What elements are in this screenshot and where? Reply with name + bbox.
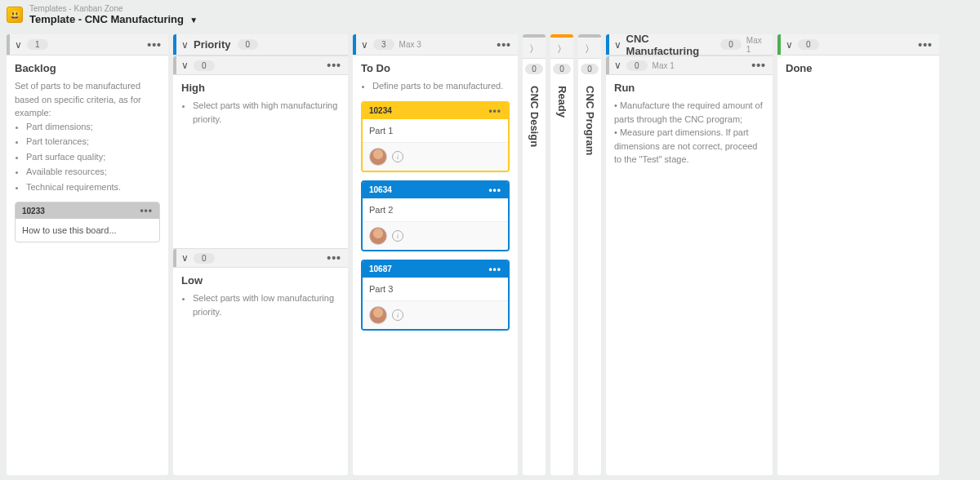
column-description: Set of parts to be manufactured based on… [15,79,160,193]
kanban-card[interactable]: 10233 ••• How to use this board... [15,202,160,242]
subcolumn-high: ∨ 0 ••• High Select parts with high manu… [173,56,348,248]
collapse-toggle-icon[interactable]: ∨ [10,39,27,51]
info-icon[interactable]: i [392,151,403,162]
app-logo: 😃 [7,7,23,23]
column-title: CNC Manufacturing [626,33,715,57]
column-header-priority: ∨ Priority 0 [173,34,348,56]
column-count-badge: 0 [798,39,819,50]
column-menu-icon[interactable]: ••• [147,38,162,51]
column-count-badge: 0 [238,39,259,50]
subcolumn-title: Run [614,82,764,94]
expand-toggle-icon[interactable]: 〉 [529,42,539,56]
collapse-toggle-icon[interactable]: ∨ [176,39,194,51]
expand-toggle-icon[interactable]: 〉 [585,42,595,56]
info-icon[interactable]: i [392,309,403,321]
column-count-badge: 0 [581,64,599,74]
subcolumn-count-badge: 0 [626,60,648,71]
column-title: To Do [361,62,510,74]
kanban-board: ∨ 1 ••• Backlog Set of parts to be manuf… [0,29,980,480]
assignee-avatar[interactable] [369,227,387,245]
kanban-card[interactable]: 10634 ••• Part 2 i [361,180,510,251]
collapse-toggle-icon[interactable]: ∨ [176,252,194,264]
column-done: ∨ 0 ••• Done [777,34,939,475]
column-count-badge: 0 [525,64,543,74]
kanban-card[interactable]: 10687 ••• Part 3 i [361,260,510,331]
kanban-card[interactable]: 10234 ••• Part 1 i [361,101,510,172]
subcolumn-menu-icon[interactable]: ••• [751,59,766,72]
column-title: CNC Design [528,86,541,147]
column-header-cnc-manufacturing: ∨ CNC Manufacturing 0 Max 1 [606,34,773,56]
column-count-badge: 0 [720,39,742,50]
card-title: How to use this board... [16,219,159,242]
card-id: 10687 [369,264,392,273]
column-title: Ready [556,86,568,118]
subcolumn-menu-icon[interactable]: ••• [327,59,341,72]
subcolumn-count-badge: 0 [194,253,215,264]
wip-limit-label: Max 1 [653,61,675,70]
column-header-todo: ∨ 3 Max 3 ••• [353,34,518,56]
card-title: Part 3 [363,278,508,300]
wip-limit-label: Max 1 [746,36,766,54]
column-todo: ∨ 3 Max 3 ••• To Do Define parts to be m… [353,34,518,475]
card-id: 10233 [22,207,45,216]
collapse-toggle-icon[interactable]: ∨ [356,39,373,51]
collapse-toggle-icon[interactable]: ∨ [609,60,626,71]
subcolumn-low: ∨ 0 ••• Low Select parts with low manufa… [173,248,348,341]
card-title: Part 2 [363,198,508,221]
info-icon[interactable]: i [392,230,403,242]
card-menu-icon[interactable]: ••• [488,264,501,275]
column-title: Done [786,62,931,74]
column-cnc-program-collapsed: 〉 0 CNC Program [578,34,601,475]
card-menu-icon[interactable]: ••• [488,105,501,117]
card-menu-icon[interactable]: ••• [488,184,501,196]
column-ready-collapsed: 〉 0 Ready [550,34,573,475]
wip-limit-label: Max 3 [399,40,421,49]
column-priority: ∨ Priority 0 ∨ 0 ••• High Select parts w… [173,34,348,475]
card-id: 10234 [369,106,392,115]
column-description: Define parts to be manufactured. [372,79,510,93]
card-menu-icon[interactable]: ••• [140,205,153,216]
card-id: 10634 [369,185,392,194]
subcolumn-description: Select parts with low manufacturing prio… [193,291,340,318]
column-header-backlog: ∨ 1 ••• [7,34,168,56]
board-title[interactable]: Template - CNC Manufacturing [29,13,184,25]
column-count-badge: 1 [27,39,48,50]
collapse-toggle-icon[interactable]: ∨ [781,39,798,51]
subcolumn-title: Low [181,274,340,287]
subcolumn-menu-icon[interactable]: ••• [327,251,341,264]
column-title: Priority [194,38,231,51]
assignee-avatar[interactable] [369,306,387,324]
collapse-toggle-icon[interactable]: ∨ [176,60,194,71]
subcolumn-description: Select parts with high manufacturing pri… [193,99,340,126]
column-header-done: ∨ 0 ••• [777,34,939,56]
column-backlog: ∨ 1 ••• Backlog Set of parts to be manuf… [7,34,168,475]
column-title: Backlog [15,62,160,74]
column-menu-icon[interactable]: ••• [497,38,511,51]
column-title: CNC Program [584,86,596,155]
subcolumn-count-badge: 0 [194,60,215,71]
column-cnc-design-collapsed: 〉 0 CNC Design [523,34,546,475]
expand-toggle-icon[interactable]: 〉 [557,42,567,56]
assignee-avatar[interactable] [369,148,387,166]
subcolumn-run: ∨ 0 Max 1 ••• Run • Manufacture the requ… [606,56,773,189]
column-count-badge: 0 [553,64,571,74]
subcolumn-title: High [181,82,340,94]
subcolumn-description: • Manufacture the required amount of par… [614,99,764,167]
column-menu-icon[interactable]: ••• [918,38,933,51]
column-count-badge: 3 [373,39,394,50]
column-cnc-manufacturing: ∨ CNC Manufacturing 0 Max 1 ∨ 0 Max 1 ••… [606,34,773,475]
breadcrumb: Templates - Kanban Zone [29,4,198,13]
board-title-dropdown-icon[interactable]: ▼ [189,16,198,24]
card-title: Part 1 [363,119,508,142]
collapse-toggle-icon[interactable]: ∨ [609,39,626,51]
